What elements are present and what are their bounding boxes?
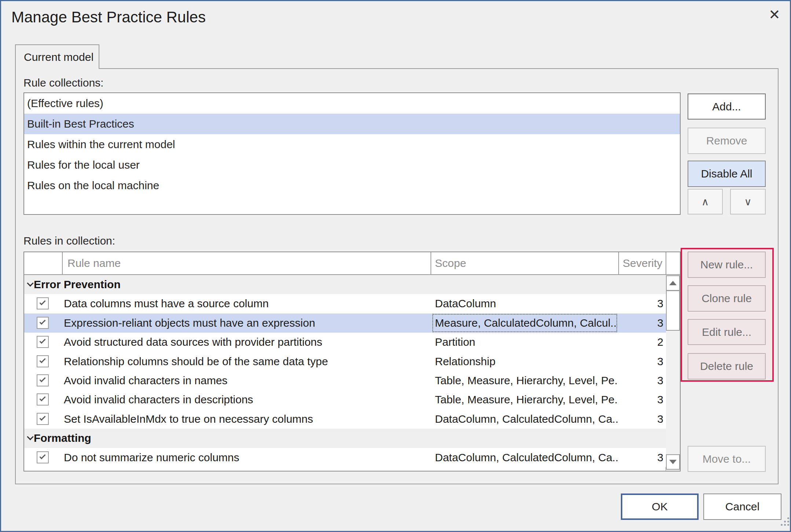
column-header-rule-name: Rule name — [67, 252, 121, 274]
list-item[interactable]: (Effective rules) — [24, 93, 680, 114]
rule-scope-cell: Relationship — [432, 352, 618, 371]
checkmark-icon — [40, 338, 46, 344]
rule-scope-cell: Partition — [432, 333, 618, 352]
table-row[interactable]: Relationship columns should be of the sa… — [24, 352, 666, 371]
group-name: Formatting — [34, 429, 91, 448]
rule-scope-cell: DataColumn — [432, 294, 618, 313]
rule-name-cell: Relationship columns should be of the sa… — [64, 352, 427, 371]
table-row[interactable]: Set IsAvailableInMdx to true on necessar… — [24, 410, 666, 429]
dialog-manage-best-practice-rules: Manage Best Practice Rules ✕ Current mod… — [0, 0, 791, 532]
scroll-up-icon — [669, 281, 677, 285]
table-group-row[interactable]: Error Prevention — [24, 275, 666, 294]
scroll-down-button[interactable] — [666, 454, 680, 470]
column-header-severity: Severity — [623, 252, 662, 274]
rule-checkbox[interactable] — [37, 355, 49, 367]
rule-checkbox[interactable] — [37, 317, 49, 329]
rule-checkbox[interactable] — [37, 413, 49, 425]
table-row[interactable]: Do not summarize numeric columns DataCol… — [24, 448, 666, 467]
list-item-label: Rules within the current model — [27, 138, 175, 150]
header-separator — [62, 252, 63, 274]
checkmark-icon — [40, 299, 46, 305]
new-rule-button[interactable]: New rule... — [688, 252, 766, 278]
checkmark-icon — [40, 376, 46, 382]
rule-checkbox[interactable] — [37, 336, 49, 348]
remove-button[interactable]: Remove — [688, 128, 766, 154]
resize-grip-dots — [781, 517, 783, 519]
rule-severity-cell: 3 — [596, 294, 663, 313]
edit-rule-button[interactable]: Edit rule... — [688, 319, 766, 345]
cancel-button[interactable]: Cancel — [703, 494, 781, 520]
checkmark-icon — [40, 318, 46, 324]
checkmark-icon — [40, 357, 46, 363]
list-item-label: Rules on the local machine — [27, 179, 159, 191]
rule-severity-cell: 3 — [596, 371, 663, 390]
list-item-label: Built-in Best Practices — [27, 118, 134, 130]
rule-scope-cell: Measure, CalculatedColumn, Calcul... — [432, 313, 618, 333]
disable-all-button[interactable]: Disable All — [688, 161, 766, 187]
rules-table-rows: Error Prevention Data columns must have … — [24, 275, 666, 470]
checkmark-icon — [40, 414, 46, 421]
rule-collections-listbox[interactable]: (Effective rules) Built-in Best Practice… — [23, 92, 681, 215]
rule-name-cell: Do not summarize numeric columns — [64, 448, 427, 467]
scroll-up-button[interactable] — [666, 275, 680, 291]
tab-label: Current model — [24, 51, 94, 63]
table-group-row[interactable]: Formatting — [24, 429, 666, 448]
chevron-down-icon — [27, 433, 33, 440]
table-row[interactable]: Expression-reliant objects must have an … — [24, 313, 666, 333]
rules-in-collection-label: Rules in collection: — [23, 235, 115, 247]
table-row[interactable]: Avoid invalid characters in names Table,… — [24, 371, 666, 390]
rule-scope-cell: Table, Measure, Hierarchy, Level, Pe... — [432, 371, 618, 390]
rule-severity-cell: 3 — [596, 352, 663, 371]
rule-scope-cell: Table, Measure, Hierarchy, Level, Pe... — [432, 390, 618, 409]
group-name: Error Prevention — [34, 275, 121, 294]
list-item-label: (Effective rules) — [27, 97, 103, 109]
delete-rule-button[interactable]: Delete rule — [688, 353, 766, 379]
rule-name-cell: Avoid invalid characters in descriptions — [64, 390, 427, 409]
rule-checkbox[interactable] — [37, 297, 49, 309]
rule-severity-cell: 3 — [596, 390, 663, 409]
move-to-button[interactable]: Move to... — [688, 446, 766, 472]
rule-severity-cell: 2 — [596, 333, 663, 352]
tab-current-model[interactable]: Current model — [15, 44, 99, 69]
column-header-scope: Scope — [435, 252, 466, 274]
rule-name-cell: Data columns must have a source column — [64, 294, 427, 313]
rule-name-cell: Set IsAvailableInMdx to true on necessar… — [64, 410, 427, 429]
header-separator — [618, 252, 619, 274]
close-icon[interactable]: ✕ — [766, 6, 783, 23]
move-down-button[interactable]: ∨ — [730, 189, 766, 214]
dialog-title: Manage Best Practice Rules — [11, 8, 206, 26]
list-item[interactable]: Rules on the local machine — [24, 175, 680, 196]
rule-scope-cell: DataColumn, CalculatedColumn, Ca... — [432, 410, 618, 429]
rule-severity-cell: 3 — [596, 410, 663, 429]
list-item[interactable]: Built-in Best Practices — [24, 114, 680, 134]
move-up-button[interactable]: ∧ — [688, 189, 723, 214]
list-item-label: Rules for the local user — [27, 159, 140, 171]
rule-severity-cell: 3 — [596, 313, 663, 333]
rule-name-cell: Expression-reliant objects must have an … — [64, 313, 427, 333]
scrollbar-thumb[interactable] — [666, 290, 680, 331]
rule-name-cell: Avoid structured data sources with provi… — [64, 333, 427, 352]
rule-scope-cell: DataColumn, CalculatedColumn, Ca... — [432, 448, 618, 467]
rule-collections-label: Rule collections: — [23, 77, 103, 89]
list-item[interactable]: Rules for the local user — [24, 155, 680, 175]
vertical-scrollbar[interactable] — [666, 275, 680, 471]
rules-table: Rule name Scope Severity Error Preventio… — [23, 252, 681, 472]
rule-name-cell: Avoid invalid characters in names — [64, 371, 427, 390]
table-row[interactable]: Avoid structured data sources with provi… — [24, 333, 666, 352]
rule-severity-cell: 3 — [596, 448, 663, 467]
list-item[interactable]: Rules within the current model — [24, 134, 680, 155]
chevron-down-icon — [27, 280, 33, 286]
scroll-down-icon — [669, 460, 677, 464]
table-row[interactable]: Data columns must have a source column D… — [24, 294, 666, 313]
rule-checkbox[interactable] — [37, 451, 49, 463]
header-separator — [431, 252, 431, 274]
table-row[interactable]: Avoid invalid characters in descriptions… — [24, 390, 666, 409]
clone-rule-button[interactable]: Clone rule — [688, 285, 766, 312]
rule-checkbox[interactable] — [37, 393, 49, 406]
checkmark-icon — [40, 395, 46, 401]
checkmark-icon — [40, 453, 46, 459]
add-button[interactable]: Add... — [688, 93, 766, 120]
resize-grip[interactable] — [780, 517, 791, 528]
rule-checkbox[interactable] — [37, 374, 49, 386]
ok-button[interactable]: OK — [621, 494, 699, 520]
